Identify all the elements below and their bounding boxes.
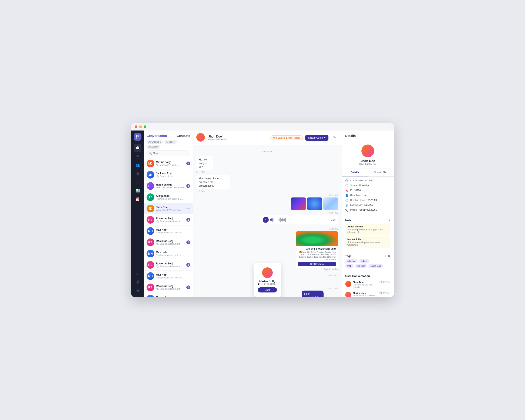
conversation-item[interactable]: MH Max Hob Next presentation will be....… — [144, 226, 193, 237]
tag-tjfgb[interactable]: tjfgb — [345, 264, 354, 268]
nav-icon-labels[interactable]: 🏷 — [134, 270, 141, 278]
assign-button[interactable]: Nizam Uddin ▾ — [305, 135, 328, 141]
nav-icon-grid[interactable]: ⊞ — [134, 178, 141, 186]
tag-test-tags[interactable]: test tags — [355, 264, 367, 268]
media-thumb-1[interactable] — [291, 197, 306, 210]
nav-icon-help[interactable]: ❓ — [134, 278, 141, 286]
filter-all-agent[interactable]: All Agent ▾ — [147, 145, 160, 149]
detail-row-source: 🕐 Source WhatsApp — [345, 184, 390, 187]
search-input[interactable] — [147, 150, 190, 156]
detail-value-activity: 1/25/2024 — [364, 204, 375, 206]
id-icon: 🔖 — [345, 189, 348, 192]
conversation-item[interactable]: RB Rockstar Benj 📎Sent an attachment 2 — [144, 237, 193, 248]
conversation-item[interactable]: AJ Alix joseph How did you prepared.....… — [144, 192, 193, 203]
conv-avatar: JD — [147, 205, 154, 212]
maximize-btn[interactable] — [144, 125, 146, 128]
detail-row-user-type: 👤 User Type User — [345, 194, 390, 197]
conv-info: Rockstar Benj 📎Sent an attachment — [156, 239, 185, 245]
tab-details[interactable]: Details — [342, 169, 368, 176]
conversation-item[interactable]: MJ Marina Jolly ✏️Marina is typing......… — [144, 158, 193, 169]
filter-all-channel[interactable]: All Channel ▾ — [147, 140, 163, 144]
close-btn[interactable] — [135, 125, 137, 128]
filter-all-tags[interactable]: All Tags ▾ — [164, 140, 177, 144]
conv-preview: 📎Sent an attachment — [156, 265, 185, 268]
conv-avatar: MH — [147, 227, 154, 235]
user-icon: 👤 — [345, 194, 348, 197]
tag-sdhedge[interactable]: sdhedge — [345, 259, 357, 263]
note-text-1: We have provide a lot support, just take… — [347, 228, 388, 233]
detail-row-creation: 🕐 Creation Time 1/25/2024 — [345, 199, 390, 202]
conv-preview: 📎Sent an attachment — [156, 243, 185, 245]
nav-logo — [134, 133, 141, 141]
promo-card: 50% OFF | Winter Sale 2024 🎁Enjoy 50% Of… — [296, 231, 338, 268]
details-profile-name: Jhon Doe — [361, 159, 375, 163]
wave-bar — [280, 218, 281, 222]
conversation-item[interactable]: RB Rockstar Benj 📎Sent an attachment 2 — [144, 214, 193, 226]
wave-bar — [270, 219, 271, 221]
conversation-item[interactable]: JD Jhon Doe What about Wednesday....... … — [144, 203, 193, 214]
wave-bar — [285, 218, 286, 222]
conv-avatar: AJ — [147, 193, 154, 201]
promo-offer-button[interactable]: Get Offer Now — [298, 262, 336, 266]
promo-description: 🎁Enjoy 50% Off on Premium Scripts, Apps … — [298, 251, 336, 261]
titlebar — [131, 123, 394, 130]
conversation-item[interactable]: MH Max Hob Next presentation will be....… — [144, 293, 193, 297]
chat-messages: Yesterday Hi, how are you all? 01:12 PM … — [193, 145, 342, 297]
conversation-item[interactable]: MH Max Hob Next presentation will be....… — [144, 248, 193, 259]
tag-csbers[interactable]: csbers — [359, 259, 369, 263]
conversation-item[interactable]: MH Max Hob Next presentation will be....… — [144, 271, 193, 282]
conv-avatar: MH — [147, 295, 154, 297]
conv-info: Hafsa shaikh Meet me before presentation… — [156, 183, 185, 189]
conversation-list: MJ Marina Jolly ✏️Marina is typing......… — [144, 158, 193, 297]
nav-icon-table[interactable]: ⊟ — [134, 170, 141, 177]
conv-avatar: RB — [147, 283, 154, 291]
play-button[interactable]: ⏸ — [263, 217, 269, 223]
contacts-title: Contacts — [177, 134, 190, 137]
svg-rect-1 — [138, 135, 140, 137]
copy-icon-button[interactable] — [331, 134, 338, 141]
popup-chat-button[interactable]: Chat — [258, 287, 277, 292]
tag-saved-tags[interactable]: saved tags — [368, 264, 383, 268]
conv-meta: 2 — [186, 285, 190, 289]
conv-name: Rockstar Benj — [156, 285, 185, 288]
media-thumb-3[interactable] — [323, 197, 338, 210]
user-conv-item-1[interactable]: Jhon Doe I have complete task already 29… — [345, 279, 390, 290]
conv-name: Hafsa shaikh — [156, 183, 185, 186]
unread-badge: 2 — [186, 218, 190, 222]
add-note-icon[interactable]: + — [389, 219, 390, 222]
nav-icon-phone[interactable]: 📱 — [134, 153, 141, 160]
svg-rect-2 — [136, 137, 138, 139]
conversation-item[interactable]: RB Rockstar Benj 📎Sent an attachment 2 — [144, 282, 193, 293]
conv-name: Jhon Doe — [156, 206, 183, 209]
conv-name: Marina Jolly — [156, 161, 185, 164]
minimize-btn[interactable] — [139, 125, 142, 128]
conversation-item[interactable]: HS Hafsa shaikh Meet me before presentat… — [144, 181, 193, 192]
popup-phone: 📱 +8801400620055 — [258, 283, 277, 285]
chat-area: Jhon Doe +8801400620055 You Can No Longe… — [193, 130, 342, 297]
media-thumb-2[interactable] — [307, 197, 322, 210]
conversation-item[interactable]: JR Jackson Roy 📎Sent a picture — [144, 169, 193, 181]
note-text-2: Software development services worldwide. — [347, 241, 388, 246]
tag-settings-icon[interactable]: ⚙ — [388, 255, 390, 258]
user-conv-item-2[interactable]: Marina Jolly Builds several business suc… — [345, 290, 390, 297]
nav-icon-reports[interactable]: 📊 — [134, 187, 141, 194]
detail-label-conv: Conversation ID — [350, 179, 367, 182]
nav-icon-contacts[interactable]: 👥 — [134, 161, 141, 169]
tab-shared-files[interactable]: Shared files — [368, 169, 394, 176]
conv-name: Max Hob — [156, 273, 188, 276]
chevron-down-icon: ▾ — [324, 136, 326, 139]
detail-row-phone: 📞 Phone +8801400620055 — [345, 209, 390, 212]
user-conv-preview-2: Builds several business successes. — [353, 294, 378, 297]
conv-preview: 📎Sent an attachment — [156, 288, 185, 290]
add-tag-icon[interactable]: + — [385, 255, 386, 258]
nav-icon-calendar[interactable]: 📅 — [134, 195, 141, 203]
detail-value-id: 18294 — [354, 189, 361, 192]
message-time: 01:12 PM — [196, 171, 224, 173]
nav-icon-chat[interactable]: 💬 — [134, 144, 141, 152]
chat-header: Jhon Doe +8801400620055 You Can No Longe… — [193, 130, 342, 145]
note-author-2: Marina Jolly — [347, 238, 388, 241]
details-profile-phone: 8801322827700 — [359, 163, 376, 165]
nav-icon-settings[interactable]: ⚙ — [134, 287, 141, 295]
conversation-item[interactable]: RB Rockstar Benj 📎Sent an attachment 2 — [144, 259, 193, 271]
assign-label: Nizam Uddin — [308, 136, 323, 139]
